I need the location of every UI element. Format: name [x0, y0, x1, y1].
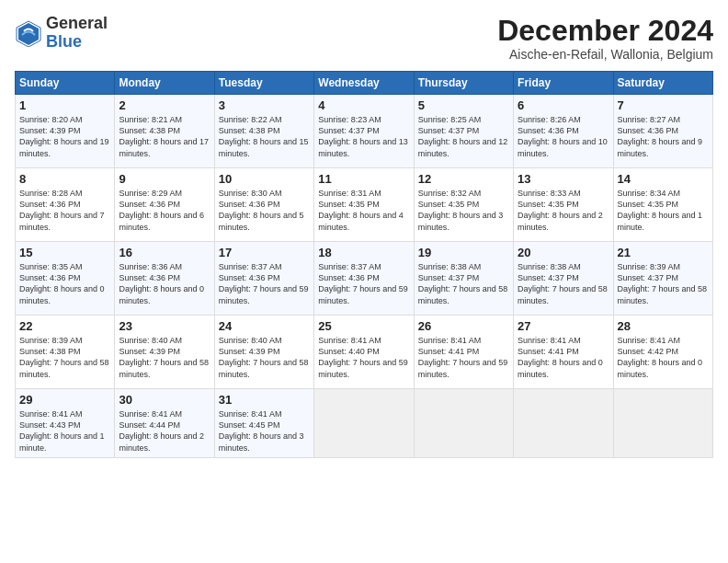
col-saturday: Saturday	[613, 72, 712, 95]
logo-icon	[15, 19, 42, 47]
day-number: 29	[19, 393, 110, 407]
day-info: Sunrise: 8:23 AM Sunset: 4:37 PM Dayligh…	[318, 114, 409, 159]
day-info: Sunrise: 8:38 AM Sunset: 4:37 PM Dayligh…	[418, 261, 509, 306]
day-number: 13	[518, 172, 609, 186]
day-info: Sunrise: 8:37 AM Sunset: 4:36 PM Dayligh…	[219, 261, 310, 306]
day-info: Sunrise: 8:31 AM Sunset: 4:35 PM Dayligh…	[318, 188, 409, 233]
day-number: 19	[418, 246, 509, 259]
month-title: December 2024	[497, 15, 713, 47]
day-number: 8	[19, 172, 110, 186]
day-info: Sunrise: 8:32 AM Sunset: 4:35 PM Dayligh…	[418, 188, 509, 233]
table-row: 18Sunrise: 8:37 AM Sunset: 4:36 PM Dayli…	[314, 242, 414, 316]
day-number: 20	[518, 246, 609, 259]
table-row: 13Sunrise: 8:33 AM Sunset: 4:35 PM Dayli…	[514, 168, 613, 242]
day-number: 22	[19, 319, 110, 333]
col-sunday: Sunday	[16, 72, 115, 95]
day-number: 4	[318, 98, 409, 112]
table-row: 17Sunrise: 8:37 AM Sunset: 4:36 PM Dayli…	[214, 242, 313, 316]
table-row: 12Sunrise: 8:32 AM Sunset: 4:35 PM Dayli…	[414, 168, 513, 242]
table-row: 20Sunrise: 8:38 AM Sunset: 4:37 PM Dayli…	[514, 242, 613, 316]
day-info: Sunrise: 8:41 AM Sunset: 4:40 PM Dayligh…	[318, 335, 409, 380]
title-block: December 2024 Aische-en-Refail, Wallonia…	[497, 15, 713, 62]
table-row: 30Sunrise: 8:41 AM Sunset: 4:44 PM Dayli…	[115, 389, 214, 458]
table-row: 27Sunrise: 8:41 AM Sunset: 4:41 PM Dayli…	[514, 316, 613, 389]
day-info: Sunrise: 8:39 AM Sunset: 4:37 PM Dayligh…	[618, 261, 709, 306]
col-monday: Monday	[115, 72, 214, 95]
day-info: Sunrise: 8:21 AM Sunset: 4:38 PM Dayligh…	[119, 114, 210, 159]
col-thursday: Thursday	[414, 72, 513, 95]
day-info: Sunrise: 8:40 AM Sunset: 4:39 PM Dayligh…	[119, 335, 210, 380]
day-number: 24	[219, 319, 310, 333]
table-row: 10Sunrise: 8:30 AM Sunset: 4:36 PM Dayli…	[214, 168, 313, 242]
day-info: Sunrise: 8:26 AM Sunset: 4:36 PM Dayligh…	[518, 114, 609, 159]
table-row: 21Sunrise: 8:39 AM Sunset: 4:37 PM Dayli…	[613, 242, 712, 316]
day-number: 1	[19, 98, 110, 112]
day-number: 12	[418, 172, 509, 186]
day-number: 25	[318, 319, 409, 333]
day-number: 16	[119, 246, 210, 259]
day-number: 18	[318, 246, 409, 259]
day-info: Sunrise: 8:36 AM Sunset: 4:36 PM Dayligh…	[119, 261, 210, 306]
table-row: 24Sunrise: 8:40 AM Sunset: 4:39 PM Dayli…	[214, 316, 313, 389]
table-row: 1Sunrise: 8:20 AM Sunset: 4:39 PM Daylig…	[16, 95, 115, 168]
day-info: Sunrise: 8:33 AM Sunset: 4:35 PM Dayligh…	[518, 188, 609, 233]
day-info: Sunrise: 8:41 AM Sunset: 4:41 PM Dayligh…	[418, 335, 509, 380]
day-info: Sunrise: 8:41 AM Sunset: 4:43 PM Dayligh…	[19, 408, 110, 454]
col-friday: Friday	[514, 72, 613, 95]
header-row: Sunday Monday Tuesday Wednesday Thursday…	[16, 72, 713, 95]
table-row	[414, 389, 513, 458]
table-row: 31Sunrise: 8:41 AM Sunset: 4:45 PM Dayli…	[214, 389, 313, 458]
day-info: Sunrise: 8:29 AM Sunset: 4:36 PM Dayligh…	[119, 188, 210, 233]
table-row: 23Sunrise: 8:40 AM Sunset: 4:39 PM Dayli…	[115, 316, 214, 389]
logo-general-text: General	[46, 15, 108, 33]
day-info: Sunrise: 8:41 AM Sunset: 4:41 PM Dayligh…	[518, 335, 609, 380]
day-number: 7	[618, 98, 709, 112]
table-row: 9Sunrise: 8:29 AM Sunset: 4:36 PM Daylig…	[115, 168, 214, 242]
col-wednesday: Wednesday	[314, 72, 414, 95]
table-row: 25Sunrise: 8:41 AM Sunset: 4:40 PM Dayli…	[314, 316, 414, 389]
calendar-table: Sunday Monday Tuesday Wednesday Thursday…	[15, 71, 713, 458]
day-info: Sunrise: 8:41 AM Sunset: 4:42 PM Dayligh…	[618, 335, 709, 380]
table-row	[613, 389, 712, 458]
day-number: 3	[219, 98, 310, 112]
table-row: 29Sunrise: 8:41 AM Sunset: 4:43 PM Dayli…	[16, 389, 115, 458]
table-row: 5Sunrise: 8:25 AM Sunset: 4:37 PM Daylig…	[414, 95, 513, 168]
day-info: Sunrise: 8:25 AM Sunset: 4:37 PM Dayligh…	[418, 114, 509, 159]
table-row	[314, 389, 414, 458]
table-row: 19Sunrise: 8:38 AM Sunset: 4:37 PM Dayli…	[414, 242, 513, 316]
day-info: Sunrise: 8:27 AM Sunset: 4:36 PM Dayligh…	[618, 114, 709, 159]
table-row: 7Sunrise: 8:27 AM Sunset: 4:36 PM Daylig…	[613, 95, 712, 168]
table-row	[514, 389, 613, 458]
location-subtitle: Aische-en-Refail, Wallonia, Belgium	[497, 47, 713, 62]
day-number: 15	[19, 246, 110, 259]
day-number: 21	[618, 246, 709, 259]
table-row: 6Sunrise: 8:26 AM Sunset: 4:36 PM Daylig…	[514, 95, 613, 168]
day-number: 17	[219, 246, 310, 259]
day-info: Sunrise: 8:35 AM Sunset: 4:36 PM Dayligh…	[19, 261, 110, 306]
day-info: Sunrise: 8:20 AM Sunset: 4:39 PM Dayligh…	[19, 114, 110, 159]
day-number: 6	[518, 98, 609, 112]
table-row: 8Sunrise: 8:28 AM Sunset: 4:36 PM Daylig…	[16, 168, 115, 242]
day-info: Sunrise: 8:30 AM Sunset: 4:36 PM Dayligh…	[219, 188, 310, 233]
logo-blue-text: Blue	[46, 33, 108, 52]
day-info: Sunrise: 8:22 AM Sunset: 4:38 PM Dayligh…	[219, 114, 310, 159]
day-number: 14	[618, 172, 709, 186]
day-number: 11	[318, 172, 409, 186]
day-info: Sunrise: 8:41 AM Sunset: 4:45 PM Dayligh…	[219, 408, 310, 454]
col-tuesday: Tuesday	[214, 72, 313, 95]
day-number: 26	[418, 319, 509, 333]
table-row: 28Sunrise: 8:41 AM Sunset: 4:42 PM Dayli…	[613, 316, 712, 389]
table-row: 22Sunrise: 8:39 AM Sunset: 4:38 PM Dayli…	[16, 316, 115, 389]
day-number: 10	[219, 172, 310, 186]
day-info: Sunrise: 8:34 AM Sunset: 4:35 PM Dayligh…	[618, 188, 709, 233]
table-row: 11Sunrise: 8:31 AM Sunset: 4:35 PM Dayli…	[314, 168, 414, 242]
logo: General Blue	[15, 15, 108, 52]
day-number: 28	[618, 319, 709, 333]
day-number: 27	[518, 319, 609, 333]
table-row: 4Sunrise: 8:23 AM Sunset: 4:37 PM Daylig…	[314, 95, 414, 168]
day-number: 5	[418, 98, 509, 112]
table-row: 2Sunrise: 8:21 AM Sunset: 4:38 PM Daylig…	[115, 95, 214, 168]
day-info: Sunrise: 8:39 AM Sunset: 4:38 PM Dayligh…	[19, 335, 110, 380]
table-row: 14Sunrise: 8:34 AM Sunset: 4:35 PM Dayli…	[613, 168, 712, 242]
day-number: 23	[119, 319, 210, 333]
